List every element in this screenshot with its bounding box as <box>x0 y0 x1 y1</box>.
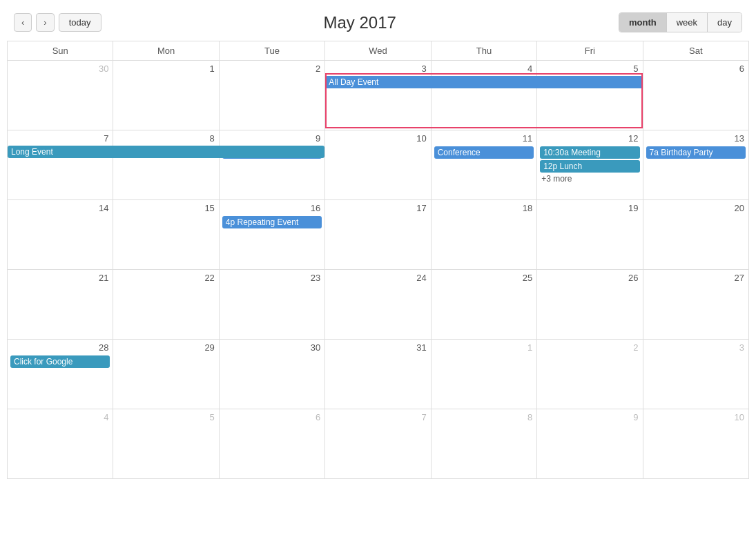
day-may-7[interactable]: 7 Long Event <box>8 130 113 199</box>
day-number: 4 <box>10 411 110 425</box>
day-jun-3[interactable]: 3 <box>643 340 749 409</box>
day-jun-5[interactable]: 5 <box>113 409 219 478</box>
day-number: 21 <box>10 271 110 286</box>
day-number: 4 <box>434 62 534 77</box>
birthday-event[interactable]: 7a Birthday Party <box>646 146 746 159</box>
day-number: 26 <box>540 271 639 286</box>
day-jun-7[interactable]: 7 <box>325 409 431 478</box>
day-number: 9 <box>222 132 322 146</box>
week-row-6: 4 5 6 7 8 9 10 <box>8 409 749 479</box>
weeks-container: 30 1 2 3 All Day Event <box>8 61 749 479</box>
week-row-4: 21 22 23 24 25 26 27 <box>8 270 749 340</box>
day-jun-6[interactable]: 6 <box>220 409 325 478</box>
day-may-16[interactable]: 16 4p Repeating Event <box>220 200 325 269</box>
day-may-20[interactable]: 20 <box>643 200 749 269</box>
prev-button[interactable]: ‹ <box>14 13 32 32</box>
week-row-1: 30 1 2 3 All Day Event <box>8 61 749 130</box>
day-may-31[interactable]: 31 <box>325 340 431 409</box>
day-may-11[interactable]: 11 Conference <box>432 130 537 199</box>
meeting-event[interactable]: 10:30a Meeting <box>540 146 639 159</box>
day-number: 17 <box>328 202 427 216</box>
day-jun-10[interactable]: 10 <box>643 409 749 478</box>
day-headers-row: Sun Mon Tue Wed Thu Fri Sat <box>8 41 749 61</box>
header-wed: Wed <box>325 41 431 61</box>
day-number: 18 <box>434 202 534 216</box>
nav-buttons: ‹ › today <box>14 13 101 32</box>
view-buttons: month week day <box>619 12 742 32</box>
day-may-24[interactable]: 24 <box>325 270 431 339</box>
day-number: 6 <box>222 411 322 425</box>
day-number: 10 <box>646 411 746 425</box>
conference-event[interactable]: Conference <box>434 146 534 159</box>
day-number: 29 <box>116 341 215 355</box>
day-number: 31 <box>328 341 427 355</box>
day-may-17[interactable]: 17 <box>325 200 431 269</box>
day-view-button[interactable]: day <box>708 13 742 32</box>
day-may-23[interactable]: 23 <box>220 270 325 339</box>
day-may-29[interactable]: 29 <box>113 340 219 409</box>
week-row-5: 28 Click for Google 29 30 31 1 2 <box>8 340 749 409</box>
day-number: 22 <box>116 271 215 286</box>
day-jun-8[interactable]: 8 <box>432 409 537 478</box>
day-number: 13 <box>646 132 746 146</box>
day-jun-4[interactable]: 4 <box>8 409 113 478</box>
day-number: 8 <box>116 132 215 146</box>
day-number: 24 <box>328 271 427 286</box>
header-thu: Thu <box>432 41 537 61</box>
day-may-1[interactable]: 1 <box>113 61 219 130</box>
google-event[interactable]: Click for Google <box>10 355 110 368</box>
day-may-4[interactable]: 4 <box>432 61 537 130</box>
day-may-26[interactable]: 26 <box>537 270 643 339</box>
day-may-8[interactable]: 8 <box>113 130 219 199</box>
day-may-18[interactable]: 18 <box>432 200 537 269</box>
day-number: 28 <box>10 341 110 355</box>
day-may-5[interactable]: 5 <box>537 61 643 130</box>
day-apr-30[interactable]: 30 <box>8 61 113 130</box>
day-number: 25 <box>434 271 534 286</box>
week-row-2: 7 Long Event 8 9 4p Repeating Event 10 1… <box>8 130 749 200</box>
day-number: 12 <box>540 132 639 146</box>
day-jun-1[interactable]: 1 <box>432 340 537 409</box>
day-may-27[interactable]: 27 <box>643 270 749 339</box>
day-number: 7 <box>328 411 427 425</box>
day-number: 30 <box>222 341 322 355</box>
day-may-22[interactable]: 22 <box>113 270 219 339</box>
lunch-event[interactable]: 12p Lunch <box>540 160 639 173</box>
day-jun-2[interactable]: 2 <box>537 340 643 409</box>
day-may-2[interactable]: 2 <box>220 61 325 130</box>
day-may-9[interactable]: 9 4p Repeating Event <box>220 130 325 199</box>
day-may-21[interactable]: 21 <box>8 270 113 339</box>
day-may-3[interactable]: 3 All Day Event <box>325 61 431 130</box>
week-view-button[interactable]: week <box>667 13 708 32</box>
day-may-12[interactable]: 12 10:30a Meeting 12p Lunch +3 more <box>537 130 643 199</box>
next-button[interactable]: › <box>36 13 54 32</box>
all-day-event[interactable]: All Day Event <box>325 76 642 88</box>
header-mon: Mon <box>113 41 219 61</box>
day-may-30[interactable]: 30 <box>220 340 325 409</box>
day-may-25[interactable]: 25 <box>432 270 537 339</box>
day-may-14[interactable]: 14 <box>8 200 113 269</box>
more-events-link[interactable]: +3 more <box>540 174 639 184</box>
day-number: 15 <box>116 202 215 216</box>
day-number: 3 <box>646 341 746 355</box>
repeating-event-16[interactable]: 4p Repeating Event <box>222 216 322 228</box>
day-may-13[interactable]: 13 7a Birthday Party <box>643 130 749 199</box>
day-number: 1 <box>434 341 534 355</box>
today-button[interactable]: today <box>59 13 101 32</box>
month-view-button[interactable]: month <box>619 13 667 32</box>
day-number: 16 <box>222 202 322 216</box>
long-event[interactable]: Long Event <box>8 146 324 158</box>
day-number: 10 <box>328 132 427 146</box>
day-may-28[interactable]: 28 Click for Google <box>8 340 113 409</box>
day-number: 20 <box>646 202 746 216</box>
day-may-6[interactable]: 6 <box>643 61 749 130</box>
calendar-grid: Sun Mon Tue Wed Thu Fri Sat 30 1 2 <box>7 41 749 479</box>
day-may-15[interactable]: 15 <box>113 200 219 269</box>
day-may-19[interactable]: 19 <box>537 200 643 269</box>
day-may-10[interactable]: 10 <box>325 130 431 199</box>
day-number: 7 <box>10 132 110 146</box>
day-jun-9[interactable]: 9 <box>537 409 643 478</box>
calendar-wrapper: ‹ › today May 2017 month week day Sun Mo… <box>0 0 756 537</box>
day-number: 11 <box>434 132 534 146</box>
header-sun: Sun <box>8 41 113 61</box>
